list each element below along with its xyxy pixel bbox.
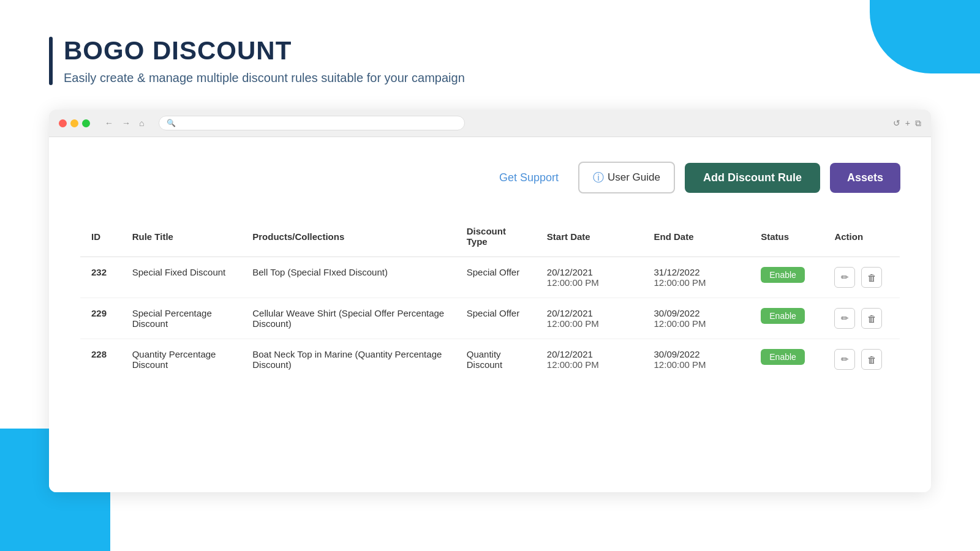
user-guide-label: User Guide: [608, 171, 660, 184]
col-header-discount-type: DiscountType: [456, 216, 536, 257]
cell-discount-type: Special Offer: [456, 257, 536, 298]
col-header-start-date: Start Date: [536, 216, 643, 257]
browser-search-bar[interactable]: 🔍: [159, 116, 465, 130]
dot-yellow[interactable]: [70, 119, 78, 127]
page-subtitle: Easily create & manage multiple discount…: [64, 71, 465, 85]
col-header-rule-title: Rule Title: [121, 216, 242, 257]
cell-id: 232: [80, 257, 121, 298]
status-badge[interactable]: Enable: [761, 308, 805, 324]
cell-rule-title: Special Percentage Discount: [121, 298, 242, 339]
cell-rule-title: Special Fixed Discount: [121, 257, 242, 298]
nav-home[interactable]: ⌂: [137, 117, 146, 129]
table-body: 232 Special Fixed Discount Bell Top (Spe…: [80, 257, 900, 380]
cell-id: 229: [80, 298, 121, 339]
user-guide-icon: ⓘ: [593, 170, 604, 185]
user-guide-button[interactable]: ⓘ User Guide: [578, 162, 675, 193]
col-header-action: Action: [823, 216, 900, 257]
table-header: ID Rule Title Products/Collections Disco…: [80, 216, 900, 257]
browser-nav: ← → ⌂: [102, 117, 146, 129]
nav-back[interactable]: ←: [102, 117, 116, 129]
discount-table: ID Rule Title Products/Collections Disco…: [80, 216, 900, 380]
cell-start-date: 20/12/202112:00:00 PM: [536, 257, 643, 298]
cell-action: ✏ 🗑: [823, 298, 900, 339]
get-support-button[interactable]: Get Support: [489, 165, 568, 190]
cell-id: 228: [80, 339, 121, 380]
table-row: 232 Special Fixed Discount Bell Top (Spe…: [80, 257, 900, 298]
nav-forward[interactable]: →: [119, 117, 133, 129]
cell-products: Cellular Weave Shirt (Special Offer Perc…: [241, 298, 455, 339]
cell-action: ✏ 🗑: [823, 339, 900, 380]
cell-action: ✏ 🗑: [823, 257, 900, 298]
cell-end-date: 30/09/202212:00:00 PM: [643, 339, 750, 380]
cell-discount-type: Quantity Discount: [456, 339, 536, 380]
page-header: BOGO DISCOUNT Easily create & manage mul…: [49, 37, 931, 85]
header-accent-bar: [49, 37, 53, 85]
cell-start-date: 20/12/202112:00:00 PM: [536, 339, 643, 380]
browser-toolbar: ← → ⌂ 🔍 ↺ + ⧉: [49, 110, 931, 137]
col-header-products: Products/Collections: [241, 216, 455, 257]
status-badge[interactable]: Enable: [761, 349, 805, 365]
browser-content: Get Support ⓘ User Guide Add Discount Ru…: [49, 137, 931, 492]
delete-button[interactable]: 🗑: [861, 267, 882, 288]
cell-end-date: 31/12/202212:00:00 PM: [643, 257, 750, 298]
browser-window: ← → ⌂ 🔍 ↺ + ⧉ Get Support ⓘ User Guide: [49, 110, 931, 492]
dot-red[interactable]: [59, 119, 67, 127]
cell-end-date: 30/09/202212:00:00 PM: [643, 298, 750, 339]
edit-button[interactable]: ✏: [834, 308, 855, 329]
cell-status: Enable: [750, 257, 823, 298]
table-row: 229 Special Percentage Discount Cellular…: [80, 298, 900, 339]
delete-button[interactable]: 🗑: [861, 349, 882, 370]
cell-discount-type: Special Offer: [456, 298, 536, 339]
col-header-status: Status: [750, 216, 823, 257]
cell-products: Bell Top (Special FIxed Discount): [241, 257, 455, 298]
cell-rule-title: Quantity Percentage Discount: [121, 339, 242, 380]
col-header-id: ID: [80, 216, 121, 257]
cell-status: Enable: [750, 339, 823, 380]
add-discount-rule-button[interactable]: Add Discount Rule: [685, 163, 820, 193]
page-title: BOGO DISCOUNT: [64, 37, 465, 65]
cell-start-date: 20/12/202112:00:00 PM: [536, 298, 643, 339]
table-row: 228 Quantity Percentage Discount Boat Ne…: [80, 339, 900, 380]
assets-button[interactable]: Assets: [830, 163, 900, 193]
copy-icon[interactable]: ⧉: [915, 118, 921, 129]
new-tab-icon[interactable]: +: [905, 118, 910, 129]
col-header-end-date: End Date: [643, 216, 750, 257]
refresh-icon[interactable]: ↺: [893, 118, 900, 129]
status-badge[interactable]: Enable: [761, 267, 805, 283]
search-icon: 🔍: [167, 119, 176, 127]
action-row: Get Support ⓘ User Guide Add Discount Ru…: [80, 162, 900, 193]
cell-products: Boat Neck Top in Marine (Quantity Percen…: [241, 339, 455, 380]
delete-button[interactable]: 🗑: [861, 308, 882, 329]
browser-dots: [59, 119, 90, 127]
edit-button[interactable]: ✏: [834, 267, 855, 288]
cell-status: Enable: [750, 298, 823, 339]
dot-green[interactable]: [82, 119, 90, 127]
browser-actions: ↺ + ⧉: [893, 118, 921, 129]
edit-button[interactable]: ✏: [834, 349, 855, 370]
table-header-row: ID Rule Title Products/Collections Disco…: [80, 216, 900, 257]
